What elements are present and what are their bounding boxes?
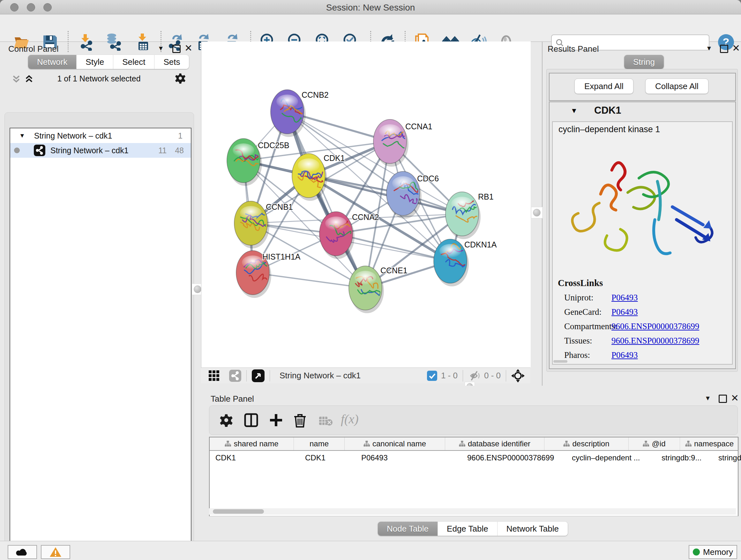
node-table-row[interactable]: CDK1CDK1P064939606.ENSP00000378699cyclin… <box>210 451 738 465</box>
results-panel-title: Results Panel <box>548 44 599 54</box>
table-options-gear-icon[interactable] <box>219 414 233 427</box>
node-label-CDK1: CDK1 <box>324 153 345 163</box>
crosslinks-title: CrossLinks <box>558 278 603 288</box>
crosslink-row: Compartments:9606.ENSP00000378699 <box>564 319 727 334</box>
delete-column-trash-icon[interactable] <box>293 413 307 428</box>
crosslink-link[interactable]: P06493 <box>611 307 638 317</box>
column-header-name[interactable]: name <box>294 437 345 450</box>
node-label-CCNA2: CCNA2 <box>352 212 379 222</box>
selected-checkbox-icon[interactable] <box>427 371 437 381</box>
node-label-CCNA1: CCNA1 <box>405 122 432 131</box>
node-label-CDC25B: CDC25B <box>258 141 289 150</box>
tab-style[interactable]: Style <box>76 55 113 69</box>
birds-eye-view-icon[interactable] <box>252 369 265 382</box>
column-header-database-identifier[interactable]: database identifier <box>445 437 544 450</box>
expand-all-chevron-icon[interactable] <box>24 75 34 84</box>
current-network-title: String Network – cdk1 <box>280 371 360 381</box>
result-description: cyclin–dependent kinase 1 <box>558 125 660 134</box>
collection-count: 1 <box>178 131 183 140</box>
crosslink-label: Tissues: <box>564 336 611 346</box>
crosslink-row: GeneCard:P06493 <box>564 305 727 319</box>
grid-view-icon[interactable] <box>208 370 220 382</box>
create-column-plus-icon[interactable] <box>269 413 283 428</box>
collapse-all-chevron-icon[interactable] <box>11 75 21 84</box>
column-header-label: canonical name <box>373 439 426 448</box>
network-view-toolbar: String Network – cdk1 1 - 0 0 - 0 <box>201 368 530 383</box>
tree-expand-caret-icon[interactable]: ▼ <box>19 132 25 139</box>
memory-button[interactable]: Memory <box>689 545 737 559</box>
network-view-mode-icon[interactable] <box>229 370 241 382</box>
table-h-scrollbar-thumb[interactable] <box>213 509 264 514</box>
fit-content-crosshair-icon[interactable] <box>511 369 525 382</box>
control-panel-maximize-icon[interactable] <box>172 45 181 53</box>
results-panel-maximize-icon[interactable] <box>720 45 728 53</box>
network-node-CDC6[interactable]: CDC6 <box>387 172 439 219</box>
control-panel-float-icon[interactable]: ▼ <box>158 45 164 52</box>
cloud-icon <box>15 547 29 557</box>
table-cell: P06493 <box>355 451 461 465</box>
table-h-scrollbar[interactable] <box>209 508 736 515</box>
network-node-CDKN1A[interactable]: CDKN1A <box>434 239 497 287</box>
table-panel-float-icon[interactable]: ▼ <box>704 395 711 402</box>
crosslink-link[interactable]: P06493 <box>611 293 638 303</box>
warning-status-button[interactable] <box>41 545 70 559</box>
collapse-entry-caret-icon[interactable]: ▼ <box>570 107 578 115</box>
tab-network-table[interactable]: Network Table <box>497 522 568 536</box>
network-options-gear-icon[interactable] <box>175 73 186 84</box>
column-header-description[interactable]: description <box>544 437 629 450</box>
crosslink-label: Compartments: <box>564 321 611 331</box>
expand-all-button[interactable]: Expand All <box>575 78 633 94</box>
network-tree-selected-row[interactable]: String Network – cdk1 11 48 <box>10 143 191 158</box>
network-node-RB1[interactable]: RB1 <box>446 192 494 239</box>
network-tree-root-row[interactable]: ▼ String Network – cdk1 1 <box>10 128 191 143</box>
tab-edge-table[interactable]: Edge Table <box>437 522 497 536</box>
crosslink-link[interactable]: 9606.ENSP00000378699 <box>611 321 699 331</box>
network-node-CCNA1[interactable]: CCNA1 <box>374 119 432 167</box>
network-node-CCNB2[interactable]: CCNB2 <box>271 90 329 137</box>
network-edge-CCNB2-CCNE1[interactable] <box>287 112 365 288</box>
tab-node-table[interactable]: Node Table <box>378 522 437 536</box>
result-gene-name: CDK1 <box>594 105 621 116</box>
tab-sets[interactable]: Sets <box>154 55 189 69</box>
column-header-label: name <box>310 439 329 448</box>
network-node-CCNE1[interactable]: CCNE1 <box>349 266 408 313</box>
cloud-status-button[interactable] <box>8 545 37 559</box>
show-columns-icon[interactable] <box>244 413 259 428</box>
results-scrollbar[interactable] <box>553 360 567 363</box>
network-name-label: String Network – cdk1 <box>51 146 129 155</box>
crosslink-row: Pharos:P06493 <box>564 348 727 362</box>
column-header-shared-name[interactable]: shared name <box>210 437 294 450</box>
results-panel-close-icon[interactable]: ✕ <box>732 45 740 52</box>
tab-network[interactable]: Network <box>28 55 76 69</box>
node-label-CCNE1: CCNE1 <box>381 266 408 275</box>
crosslink-label: Uniprot: <box>564 293 611 303</box>
crosslink-link[interactable]: P06493 <box>611 350 638 360</box>
network-node-HIST1H1A[interactable]: HIST1H1A <box>236 251 300 298</box>
column-header-label: shared name <box>233 439 278 448</box>
net-toolbar-separator <box>506 370 506 381</box>
control-panel-close-icon[interactable]: ✕ <box>185 45 192 52</box>
collapse-all-button[interactable]: Collapse All <box>645 78 709 94</box>
column-header--id[interactable]: @id <box>629 437 680 450</box>
function-builder-icon: f(x) <box>341 412 359 427</box>
column-header-label: namespace <box>694 439 734 448</box>
column-header-canonical-name[interactable]: canonical name <box>345 437 445 450</box>
right-splitter-handle[interactable] <box>531 207 542 219</box>
network-selection-status: 1 of 1 Network selected <box>38 74 159 83</box>
column-header-namespace[interactable]: namespace <box>680 437 739 450</box>
tab-string[interactable]: String <box>624 55 664 69</box>
node-table-header: shared namenamecanonical namedatabase id… <box>210 437 738 451</box>
column-header-label: database identifier <box>468 439 530 448</box>
network-node-CDC25B[interactable]: CDC25B <box>227 138 289 186</box>
node-table: shared namenamecanonical namedatabase id… <box>209 437 738 516</box>
tab-select[interactable]: Select <box>113 55 154 69</box>
control-panel-tabs: Network Style Select Sets <box>28 55 189 69</box>
table-panel-maximize-icon[interactable] <box>719 395 727 403</box>
shared-column-icon <box>685 441 691 447</box>
table-panel-close-icon[interactable]: ✕ <box>731 395 739 401</box>
status-bar: Memory <box>0 541 741 560</box>
control-panel: Control Panel ▼ ✕ Network Style Select S… <box>0 42 198 541</box>
network-canvas[interactable]: CCNB2CCNA1CDC25BCDK1CDC6RB1CCNB1CCNA2CDK… <box>201 42 531 368</box>
crosslink-link[interactable]: 9606.ENSP00000378699 <box>611 336 699 346</box>
results-panel-float-icon[interactable]: ▼ <box>706 45 712 52</box>
